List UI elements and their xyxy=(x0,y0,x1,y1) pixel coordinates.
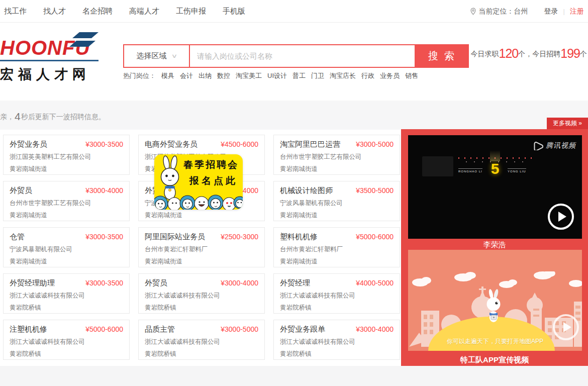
topnav-menu: 找工作找人才名企招聘高端人才工伤申报手机版 xyxy=(0,7,245,16)
location-pin-icon xyxy=(469,8,477,15)
hot-word[interactable]: UI设计 xyxy=(267,71,287,80)
chevron-down-icon: ∨ xyxy=(171,53,178,59)
region-select[interactable]: 选择区域 ∨ xyxy=(124,45,190,67)
cartoon-crowd-illustration xyxy=(154,187,243,210)
search-box: 选择区域 ∨ 搜索 xyxy=(123,44,469,68)
hot-word[interactable]: 淘宝店长 xyxy=(330,71,356,80)
job-card[interactable]: 外贸业务跟单¥3000-4000浙江大诚诚诚科技有限公司黄岩院桥镇 xyxy=(273,320,400,360)
hot-word[interactable]: 行政 xyxy=(361,71,374,80)
job-company: 浙江大诚诚诚科技有限公司 xyxy=(10,292,123,300)
job-area: 黄岩南城街道 xyxy=(145,257,258,266)
job-card[interactable]: 塑料机机修¥5000-6000台州市黄岩汇轩塑料厂黄岩南城街道 xyxy=(273,227,400,267)
contestant-name-right: YONG LIU xyxy=(508,168,526,173)
hot-word[interactable]: 会计 xyxy=(180,71,193,80)
tencent-video-watermark: 腾讯视频 xyxy=(533,141,576,150)
job-card[interactable]: 注塑机机修¥5000-6000浙江大诚诚诚科技有限公司黄岩院桥镇 xyxy=(3,320,130,360)
job-company: 浙江大诚诚诚科技有限公司 xyxy=(280,338,394,346)
job-title: 注塑机机修 xyxy=(10,325,47,334)
job-salary: ¥2500-3000 xyxy=(221,233,258,241)
light-beam xyxy=(490,150,500,161)
job-company: 浙江大诚诚诚科技有限公司 xyxy=(10,338,123,346)
hot-word[interactable]: 淘宝美工 xyxy=(236,71,262,80)
nav-item[interactable]: 高端人才 xyxy=(129,7,159,16)
contestant-name-left: RONGHAO LI xyxy=(458,168,482,173)
job-company: 浙江大诚诚诚科技有限公司 xyxy=(145,338,258,346)
job-card[interactable]: 外贸业务员¥3000-3500浙江国英美塑料工艺有限公司黄岩南城街道 xyxy=(3,135,130,175)
job-card[interactable]: 仓管¥3000-3500宁波风暴塑机有限公司黄岩南城街道 xyxy=(3,227,130,267)
nav-item[interactable]: 名企招聘 xyxy=(82,7,113,16)
video-caption[interactable]: 特工队APP宣传视频 xyxy=(401,355,588,365)
score-number: 5 xyxy=(408,160,582,177)
video-sidebar-panel: 腾讯视频 5 RONGHAO LI YONG LIU 李荣浩 xyxy=(401,129,588,366)
notice-text: 亲， xyxy=(0,113,14,121)
current-location[interactable]: 当前定位：台州 xyxy=(469,7,528,16)
job-card[interactable]: 机械设计绘图师¥3500-5000宁波风暴塑机有限公司黄岩南城街道 xyxy=(273,181,400,221)
video-thumbnail-concert[interactable]: 腾讯视频 5 RONGHAO LI YONG LIU xyxy=(408,135,582,239)
job-company: 宁波风暴塑机有限公司 xyxy=(10,245,123,254)
search-input[interactable] xyxy=(190,45,415,67)
hot-word[interactable]: 业务员 xyxy=(380,71,400,80)
ad-text: 春季招聘会 报名点此 xyxy=(183,158,239,187)
nav-item[interactable]: 手机版 xyxy=(223,7,245,16)
nav-item[interactable]: 找工作 xyxy=(4,7,27,16)
nav-item[interactable]: 找人才 xyxy=(43,7,66,16)
job-title: 外贸业务员 xyxy=(10,140,47,149)
logo-cn-text: 宏福人才网 xyxy=(0,65,101,83)
job-area: 黄岩院桥镇 xyxy=(280,350,394,358)
job-salary: ¥4000-5000 xyxy=(356,279,394,287)
site-logo[interactable]: HOONFU 宏福人才网 xyxy=(0,35,101,83)
job-area: 黄岩院桥镇 xyxy=(280,304,394,312)
nav-item[interactable]: 工伤申报 xyxy=(176,7,206,16)
job-company: 浙江大诚诚诚科技有限公司 xyxy=(145,292,258,300)
job-card[interactable]: 外贸经理助理¥3000-3500浙江大诚诚诚科技有限公司黄岩院桥镇 xyxy=(3,273,130,314)
job-area: 黄岩院桥镇 xyxy=(10,304,123,312)
job-card[interactable]: 阿里国际站业务员¥2500-3000台州市黄岩汇轩塑料厂黄岩南城街道 xyxy=(138,227,265,267)
job-area: 黄岩南城街道 xyxy=(280,211,394,220)
ad-line-2: 报名点此 xyxy=(183,174,239,187)
spring-fair-ad-banner[interactable]: 春季招聘会 报名点此 xyxy=(154,154,243,210)
hot-word[interactable]: 出纳 xyxy=(199,71,212,80)
job-salary: ¥3500-5000 xyxy=(356,186,394,195)
page: 找工作找人才名企招聘高端人才工伤申报手机版 当前定位：台州 登录 | 注册 HO… xyxy=(0,0,588,386)
tencent-play-icon xyxy=(533,142,543,150)
search-button[interactable]: 搜索 xyxy=(415,45,468,67)
bottom-strip xyxy=(0,366,588,386)
video-thumbnail-app-promo[interactable]: 你可以走遍天下，只要打开地图APP xyxy=(408,250,582,351)
job-area: 黄岩院桥镇 xyxy=(10,350,123,358)
more-videos-button[interactable]: 更多视频 » xyxy=(547,118,588,129)
hot-word[interactable]: 数控 xyxy=(217,71,230,80)
job-card[interactable]: 淘宝阿里巴巴运营¥3000-5000台州市世宇塑胶工艺有限公司黄岩南城街道 xyxy=(273,135,400,175)
site-header: HOONFU 宏福人才网 选择区域 ∨ 搜索 热门岗位： 模具会计出纳数控淘宝美… xyxy=(0,23,588,101)
stats-text: 个，今日招聘 xyxy=(518,50,560,58)
job-area: 黄岩院桥镇 xyxy=(145,304,258,312)
job-salary: ¥3000-5000 xyxy=(356,140,394,148)
job-company: 浙江国英美塑料工艺有限公司 xyxy=(10,153,123,161)
hot-word[interactable]: 门卫 xyxy=(311,71,324,80)
register-link[interactable]: 注册 xyxy=(570,7,584,16)
rabbit-mascot-icon xyxy=(483,289,504,326)
hot-word[interactable]: 销售 xyxy=(405,71,418,80)
job-salary: ¥3000-4000 xyxy=(356,325,394,333)
job-card[interactable]: 外贸员¥3000-4000台州市世宇塑胶工艺有限公司黄岩南城街道 xyxy=(3,181,130,221)
countdown-number: 4 xyxy=(14,111,21,122)
job-card[interactable]: 外贸员¥3000-4000浙江大诚诚诚科技有限公司黄岩院桥镇 xyxy=(138,273,265,314)
job-card[interactable]: 外贸经理¥4000-5000浙江大诚诚诚科技有限公司黄岩院桥镇 xyxy=(273,273,400,314)
hot-word[interactable]: 模具 xyxy=(161,71,174,80)
login-link[interactable]: 登录 xyxy=(544,7,558,16)
job-area: 黄岩南城街道 xyxy=(145,211,258,220)
play-button[interactable] xyxy=(553,314,579,340)
play-button[interactable] xyxy=(548,204,574,230)
job-area: 黄岩南城街道 xyxy=(280,257,394,266)
job-company: 宁波风暴塑机有限公司 xyxy=(280,199,394,208)
job-card[interactable]: 品质主管¥3000-5000浙江大诚诚诚科技有限公司黄岩院桥镇 xyxy=(138,320,265,360)
top-navigation-bar: 找工作找人才名企招聘高端人才工伤申报手机版 当前定位：台州 登录 | 注册 xyxy=(0,0,588,23)
job-title: 塑料机机修 xyxy=(280,232,318,242)
job-title: 电商外贸业务员 xyxy=(145,140,198,149)
job-salary: ¥3000-4000 xyxy=(85,186,123,195)
job-area: 黄岩南城街道 xyxy=(10,165,123,173)
video-caption[interactable]: 李荣浩 xyxy=(401,240,588,250)
seekers-count: 120 xyxy=(499,46,519,60)
hot-word[interactable]: 普工 xyxy=(292,71,306,80)
job-title: 仓管 xyxy=(10,232,25,242)
job-title: 淘宝阿里巴巴运营 xyxy=(280,140,340,149)
